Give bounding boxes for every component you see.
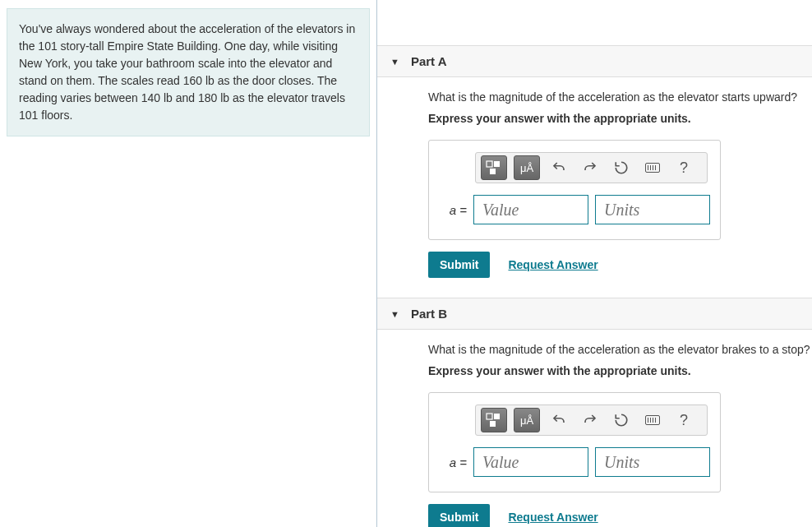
part-b-units-input[interactable] [595, 447, 710, 477]
keyboard-icon[interactable] [640, 408, 665, 432]
part-a-input-row: a = [439, 195, 710, 224]
part-b-title: Part B [411, 307, 447, 321]
part-a-toolbar: μÅ ? [475, 152, 708, 183]
part-b-instruction: Express your answer with the appropriate… [428, 364, 812, 377]
part-b-request-answer-link[interactable]: Request Answer [508, 511, 597, 524]
part-b-value-input[interactable] [473, 447, 588, 477]
part-b-body: What is the magnitude of the acceleratio… [377, 330, 812, 527]
units-symbol-icon[interactable]: μÅ [514, 155, 540, 180]
caret-down-icon: ▼ [390, 309, 399, 319]
part-a-value-input[interactable] [473, 195, 588, 224]
part-b-input-row: a = [439, 447, 710, 477]
problem-panel: You've always wondered about the acceler… [0, 0, 376, 527]
part-a-question: What is the magnitude of the acceleratio… [428, 90, 812, 104]
svg-rect-5 [490, 421, 496, 427]
part-a-instruction: Express your answer with the appropriate… [428, 112, 812, 125]
part-a-units-input[interactable] [595, 195, 710, 224]
svg-rect-4 [494, 414, 500, 419]
template-icon[interactable] [481, 155, 507, 180]
template-icon[interactable] [481, 408, 507, 432]
keyboard-icon[interactable] [640, 155, 665, 180]
redo-icon[interactable] [578, 408, 602, 432]
part-b-toolbar: μÅ ? [475, 404, 708, 436]
problem-text: You've always wondered about the acceler… [19, 22, 355, 122]
part-a-actions: Submit Request Answer [428, 252, 812, 278]
part-b-submit-button[interactable]: Submit [428, 504, 490, 527]
svg-rect-0 [487, 161, 492, 167]
part-b-question: What is the magnitude of the acceleratio… [428, 343, 812, 356]
caret-down-icon: ▼ [390, 57, 399, 67]
help-icon[interactable]: ? [671, 155, 696, 180]
part-a-title: Part A [411, 54, 447, 68]
part-a-input-area: μÅ ? a = [428, 140, 721, 240]
part-a-submit-button[interactable]: Submit [428, 252, 490, 278]
problem-statement: You've always wondered about the acceler… [7, 8, 370, 136]
part-a-request-answer-link[interactable]: Request Answer [508, 258, 597, 271]
part-b-actions: Submit Request Answer [428, 504, 812, 527]
svg-rect-1 [494, 161, 500, 167]
part-b-variable-label: a = [439, 455, 467, 469]
undo-icon[interactable] [547, 408, 571, 432]
part-a-header[interactable]: ▼ Part A [377, 45, 812, 77]
reset-icon[interactable] [609, 155, 634, 180]
units-symbol-icon[interactable]: μÅ [514, 408, 540, 432]
answer-panel: ▼ Part A What is the magnitude of the ac… [376, 0, 812, 527]
help-icon[interactable]: ? [671, 408, 696, 432]
part-b-header[interactable]: ▼ Part B [377, 298, 812, 330]
svg-rect-3 [487, 414, 492, 419]
undo-icon[interactable] [547, 155, 571, 180]
part-b-input-area: μÅ ? a = [428, 392, 721, 492]
redo-icon[interactable] [578, 155, 602, 180]
part-a-body: What is the magnitude of the acceleratio… [377, 77, 812, 298]
reset-icon[interactable] [609, 408, 634, 432]
part-a-variable-label: a = [439, 203, 467, 217]
svg-rect-2 [490, 169, 496, 174]
